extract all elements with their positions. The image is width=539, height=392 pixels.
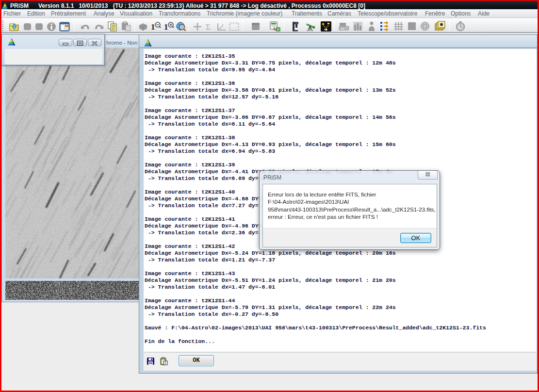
svg-text:1: 1: [164, 22, 168, 32]
svg-text:Σ: Σ: [206, 22, 211, 31]
svg-text:1: 1: [151, 22, 155, 32]
